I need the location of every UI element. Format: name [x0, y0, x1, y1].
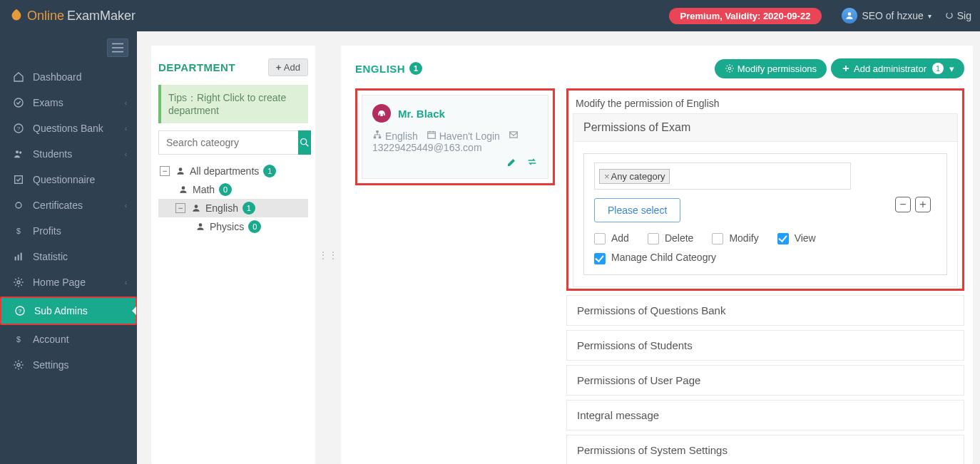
- expand-all-button[interactable]: +: [915, 197, 931, 212]
- hamburger-icon: [112, 43, 123, 53]
- sidebar-item-profits[interactable]: $ Profits: [0, 218, 137, 244]
- svg-point-8: [19, 151, 21, 153]
- sidebar-item-statistic[interactable]: Statistic: [0, 244, 137, 269]
- svg-point-22: [182, 186, 185, 190]
- dollar-icon: $: [13, 225, 24, 237]
- user-menu[interactable]: SEO of hzxue ▾: [842, 8, 931, 24]
- category-tag-input[interactable]: ×Any category: [594, 163, 851, 190]
- svg-rect-1: [112, 43, 123, 45]
- avatar: [372, 104, 391, 123]
- collapse-all-button[interactable]: −: [895, 197, 911, 212]
- svg-point-10: [16, 202, 21, 208]
- user-icon: [175, 166, 185, 176]
- tree-all-departments[interactable]: − All departments 1: [158, 162, 308, 180]
- sidebar-item-questions-bank[interactable]: ? Questions Bank ‹: [0, 115, 137, 141]
- permissions-section[interactable]: Permissions of User Page: [566, 365, 964, 396]
- menu-toggle-button[interactable]: [107, 38, 128, 57]
- sidebar-item-label: Account: [33, 334, 69, 345]
- department-tree: − All departments 1 Math 0 − English 1: [158, 162, 308, 236]
- sidebar-item-certificates[interactable]: Certificates ‹: [0, 192, 137, 218]
- count-badge: 0: [219, 183, 232, 196]
- svg-point-24: [199, 223, 203, 227]
- chevron-down-icon: ▾: [928, 12, 931, 20]
- checkbox-delete[interactable]: Delete: [648, 232, 693, 244]
- svg-rect-26: [376, 130, 379, 133]
- user-dept: English: [385, 130, 418, 142]
- checkbox-manage-child[interactable]: Manage Child Cateogry: [594, 252, 716, 264]
- chart-icon: [13, 251, 24, 262]
- count-badge: 1: [243, 202, 255, 215]
- tree-physics[interactable]: Physics 0: [158, 217, 308, 236]
- gear-icon: [13, 359, 24, 371]
- checkbox-view[interactable]: View: [777, 232, 816, 244]
- please-select-button[interactable]: Please select: [594, 198, 680, 222]
- modify-permissions-button[interactable]: Modify permissions: [715, 59, 827, 78]
- svg-point-25: [728, 67, 731, 70]
- collapse-icon[interactable]: −: [160, 166, 170, 176]
- user-login-status: Haven't Login: [439, 130, 500, 142]
- user-icon: [191, 203, 201, 213]
- permissions-exam-header[interactable]: Permissions of Exam: [573, 114, 957, 142]
- gear-icon: [725, 63, 735, 73]
- tree-english[interactable]: − English 1: [158, 199, 308, 217]
- count-badge: 0: [248, 220, 261, 233]
- edit-button[interactable]: [506, 156, 518, 170]
- svg-rect-29: [428, 132, 436, 138]
- permissions-section[interactable]: Integral message: [566, 400, 964, 431]
- permissions-section[interactable]: Permissions of Students: [566, 330, 964, 361]
- add-administrator-button[interactable]: Add administrator 1 ▾: [831, 58, 964, 78]
- permissions-modify-title: Modify the permission of English: [576, 98, 958, 109]
- sidebar-item-settings[interactable]: Settings: [0, 352, 137, 378]
- svg-rect-30: [510, 132, 518, 138]
- chevron-left-icon: ‹: [125, 279, 127, 287]
- plus-icon: [841, 63, 851, 73]
- checkbox-add[interactable]: Add: [594, 232, 629, 244]
- sidebar-item-label: Questionnaire: [33, 174, 95, 185]
- svg-text:?: ?: [19, 308, 22, 314]
- sidebar-item-exams[interactable]: Exams ‹: [0, 90, 137, 115]
- checkbox-modify[interactable]: Modify: [712, 232, 758, 244]
- svg-rect-28: [379, 136, 382, 138]
- permissions-section[interactable]: Permissions of Questions Bank: [566, 295, 964, 326]
- tree-math[interactable]: Math 0: [158, 180, 308, 199]
- sidebar-item-sub-admins[interactable]: ? Sub Admins: [1, 298, 136, 324]
- count-badge: 1: [263, 165, 276, 177]
- sidebar-item-label: Home Page: [33, 277, 86, 288]
- calendar-icon: [427, 130, 437, 140]
- department-search-input[interactable]: [158, 130, 298, 155]
- sidebar-item-label: Settings: [33, 359, 69, 371]
- collapse-icon[interactable]: −: [175, 203, 185, 213]
- sidebar-item-dashboard[interactable]: Dashboard: [0, 64, 137, 90]
- power-icon: [944, 11, 954, 21]
- department-panel: DEPARTMENT + Add Tips：Right Click to cre…: [151, 46, 315, 464]
- sidebar-item-students[interactable]: Students ‹: [0, 141, 137, 167]
- sitemap-icon: [372, 130, 382, 140]
- add-department-button[interactable]: + Add: [268, 58, 308, 76]
- sidebar-item-account[interactable]: $ Account: [0, 326, 137, 352]
- swap-button[interactable]: [526, 156, 538, 170]
- user-email: 13229425449@163.com: [372, 142, 538, 153]
- category-tag: ×Any category: [599, 169, 670, 184]
- svg-rect-3: [112, 51, 123, 53]
- pencil-icon: [506, 156, 518, 167]
- brand-logo[interactable]: OnlineExamMaker: [9, 8, 136, 24]
- sidebar-item-home-page[interactable]: Home Page ‹: [0, 269, 137, 295]
- svg-rect-9: [15, 176, 23, 184]
- signout-link[interactable]: Sig: [944, 10, 971, 21]
- user-card[interactable]: Mr. Black English Haven't Login 13229425…: [362, 95, 548, 179]
- drag-handle[interactable]: ⋮⋮: [325, 46, 331, 464]
- premium-badge[interactable]: Premium, Validity: 2020-09-22: [669, 8, 822, 24]
- sidebar-item-questionnaire[interactable]: Questionnaire: [0, 167, 137, 192]
- svg-point-19: [17, 364, 20, 366]
- svg-text:?: ?: [17, 125, 21, 132]
- department-search-button[interactable]: [298, 130, 311, 155]
- user-name: Mr. Black: [398, 108, 445, 120]
- tip-box: Tips：Right Click to create department: [158, 85, 308, 123]
- svg-rect-14: [21, 253, 22, 261]
- permissions-section[interactable]: Permissions of System Settings: [566, 435, 964, 464]
- remove-tag-icon[interactable]: ×: [604, 171, 610, 182]
- tree-label: All departments: [190, 165, 259, 177]
- logo-icon: [9, 8, 24, 24]
- sidebar-item-label: Students: [33, 148, 72, 160]
- chevron-down-icon: ▾: [949, 63, 954, 74]
